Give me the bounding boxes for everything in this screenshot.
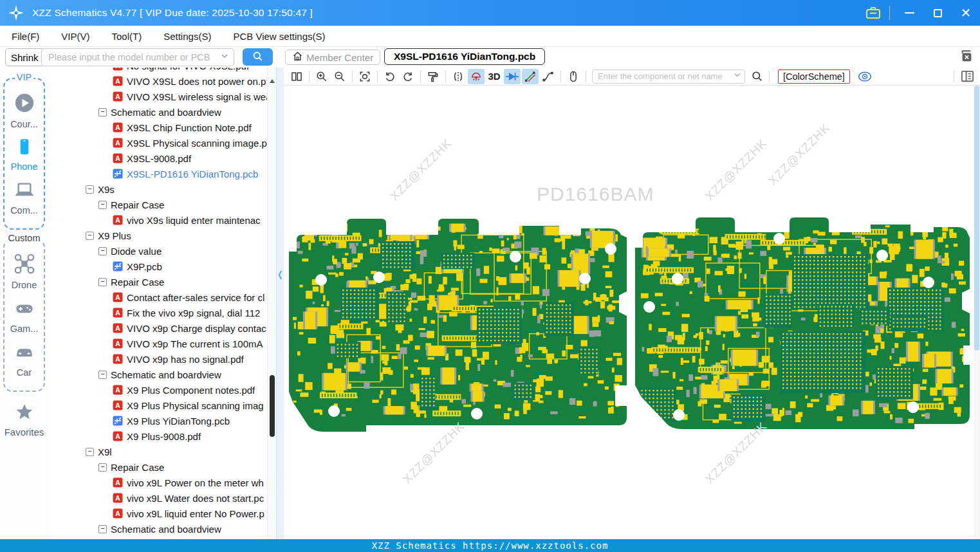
net-search-input[interactable]: [598, 71, 732, 81]
lamp-view-button[interactable]: [468, 69, 485, 84]
collapse-minus-icon[interactable]: [86, 232, 94, 240]
close-button[interactable]: ✕: [952, 0, 980, 26]
canvas-scrollbar[interactable]: [974, 86, 980, 539]
net-search-box[interactable]: [592, 69, 745, 84]
open-document-tab[interactable]: X9SL-PD1616 YiDianTong.pcb: [384, 48, 545, 65]
tree-file-row[interactable]: AVIVO X9SL does not power on.p: [48, 73, 267, 89]
tree-group-row[interactable]: Schematic and boardview: [48, 521, 267, 537]
close-all-documents-icon[interactable]: [959, 49, 974, 63]
chevron-down-icon[interactable]: [219, 51, 230, 64]
net-search-button[interactable]: [748, 69, 765, 84]
collapse-minus-icon[interactable]: [86, 185, 94, 194]
collapse-minus-icon[interactable]: [98, 247, 107, 255]
play-circle-icon: [14, 92, 35, 116]
sidebar-item-com[interactable]: Com...: [5, 179, 44, 216]
sidebar-item-cour[interactable]: Cour...: [5, 92, 44, 129]
collapse-minus-icon[interactable]: [98, 108, 107, 116]
tree-file-row[interactable]: AVIVO x9p Charge display contac: [48, 320, 267, 336]
sidebar-item-label: Car: [17, 367, 32, 378]
fit-screen-button[interactable]: [356, 69, 373, 84]
zoom-out-button[interactable]: [331, 69, 348, 84]
collapse-minus-icon[interactable]: [98, 371, 107, 379]
tree-file-row[interactable]: ANo signal for VIVO X9SL.pdf: [48, 68, 267, 73]
tree-group-row[interactable]: X9s: [48, 181, 267, 197]
maximize-button[interactable]: [923, 0, 952, 26]
diode-mode-button[interactable]: [504, 69, 521, 84]
menu-item-tool-t-[interactable]: Tool(T): [112, 31, 142, 42]
tree-file-row[interactable]: X9 Plus YiDianTong.pcb: [48, 413, 267, 428]
tree-file-row[interactable]: AVIVO x9p has no signal.pdf: [48, 351, 267, 367]
menu-item-settings-s-[interactable]: Settings(S): [163, 31, 211, 42]
sidebar-item-gam[interactable]: Gam...: [5, 298, 44, 334]
tree-scrollbar[interactable]: [267, 68, 276, 539]
pcb-board-render[interactable]: [284, 86, 973, 539]
mouse-settings-button[interactable]: [565, 69, 582, 84]
briefcase-icon[interactable]: [865, 6, 882, 20]
tree-file-row[interactable]: Avivo X9s liquid enter maintenac: [48, 212, 267, 228]
shrink-button[interactable]: Shrink: [5, 48, 44, 66]
menu-item-vip-v-[interactable]: VIP(V): [61, 31, 89, 42]
collapse-minus-icon[interactable]: [98, 525, 107, 533]
rotate-left-button[interactable]: [382, 69, 398, 84]
scroll-up-arrow[interactable]: [270, 79, 275, 83]
tree-file-row[interactable]: AX9SL Chip Function Note.pdf: [48, 120, 267, 135]
tree-group-row[interactable]: X9 Plus: [48, 228, 267, 243]
tree-file-row[interactable]: AX9 Plus Physical scanning imag: [48, 398, 267, 413]
sidebar-item-drone[interactable]: Drone: [5, 253, 44, 290]
model-search-input[interactable]: [48, 52, 219, 62]
tree-scrollbar-thumb[interactable]: [270, 375, 275, 437]
pcb-canvas[interactable]: PD1616BAM XZZ@XZZHKXZZ@XZZHKXZZ@XZZHKXZZ…: [284, 86, 980, 539]
paint-roller-button[interactable]: [425, 69, 441, 84]
tree-file-row[interactable]: Avivo x9L Water does not start.pc: [48, 490, 267, 506]
sidebar-item-car[interactable]: Car: [5, 342, 44, 378]
pcb-toolbar: 3D [ColorScheme]: [284, 68, 980, 86]
split-view-button[interactable]: [288, 69, 305, 84]
tree-group-row[interactable]: Repair Case: [48, 197, 267, 212]
collapse-minus-icon[interactable]: [86, 448, 94, 456]
zoom-in-button[interactable]: [313, 69, 330, 84]
chevron-down-icon[interactable]: [732, 70, 742, 82]
curve-tool-button[interactable]: [540, 69, 557, 84]
tree-file-row[interactable]: Avivo x9L liquid enter No Power.p: [48, 506, 267, 521]
tree-file-row[interactable]: X9SL-PD1616 YiDianTong.pcb: [48, 166, 267, 181]
colorscheme-button[interactable]: [ColorScheme]: [778, 69, 850, 84]
member-center-button[interactable]: Member Center: [285, 50, 380, 65]
mirror-flip-button[interactable]: [450, 69, 467, 84]
model-search-box[interactable]: [41, 48, 234, 66]
tree-group-row[interactable]: X9l: [48, 444, 267, 459]
layers-panel-icon[interactable]: [960, 69, 975, 86]
tree-group-row[interactable]: Diode value: [48, 243, 267, 259]
tree-group-row[interactable]: Schematic and boardview: [48, 367, 267, 382]
tree-file-row[interactable]: Avivo x9L Power on the meter wh: [48, 475, 267, 490]
sidebar-item-label: Drone: [12, 280, 37, 290]
tree-file-row[interactable]: AVIVO X9SL wireless signal is wea: [48, 89, 267, 104]
canvas-scrollbar-thumb[interactable]: [974, 86, 979, 351]
tree-file-row[interactable]: AX9 Plus-9008.pdf: [48, 428, 267, 444]
tree-file-row[interactable]: AContact after-sales service for cl: [48, 290, 267, 305]
tree-file-row[interactable]: X9P.pcb: [48, 259, 267, 274]
panel-splitter[interactable]: ❬: [277, 68, 284, 539]
model-search-button[interactable]: [243, 48, 273, 66]
collapse-minus-icon[interactable]: [98, 463, 107, 472]
tree-file-row[interactable]: AX9SL Physical scanning image.p: [48, 135, 267, 151]
sidebar-item-favorites[interactable]: Favorites: [0, 402, 48, 437]
threed-button[interactable]: 3D: [486, 69, 503, 84]
tree-file-row[interactable]: AVIVO x9p The current is 100mA: [48, 336, 267, 351]
tree-file-row[interactable]: AFix the vivo x9p signal, dial 112: [48, 305, 267, 320]
menu-item-file-f-[interactable]: File(F): [12, 31, 39, 42]
eye-visibility-icon[interactable]: [858, 71, 872, 82]
measure-tool-button[interactable]: [522, 69, 539, 84]
rotate-right-button[interactable]: [400, 69, 416, 84]
sidebar-item-phone[interactable]: Phone: [5, 137, 44, 172]
tree-group-row[interactable]: Schematic and boardview: [48, 104, 267, 120]
tree-file-row[interactable]: AX9 Plus Component notes.pdf: [48, 382, 267, 398]
tree-group-row[interactable]: Repair Case: [48, 459, 267, 475]
collapse-minus-icon[interactable]: [98, 201, 107, 209]
collapse-minus-icon[interactable]: [98, 278, 107, 286]
tree-file-row[interactable]: AX9SL-9008.pdf: [48, 151, 267, 166]
pdf-file-icon: A: [113, 354, 123, 364]
collapse-chevron-icon[interactable]: ❬: [277, 270, 284, 279]
minimize-button[interactable]: [895, 0, 923, 26]
menu-item-pcb-view-settings-s-[interactable]: PCB View settings(S): [233, 31, 325, 42]
tree-group-row[interactable]: Repair Case: [48, 274, 267, 290]
